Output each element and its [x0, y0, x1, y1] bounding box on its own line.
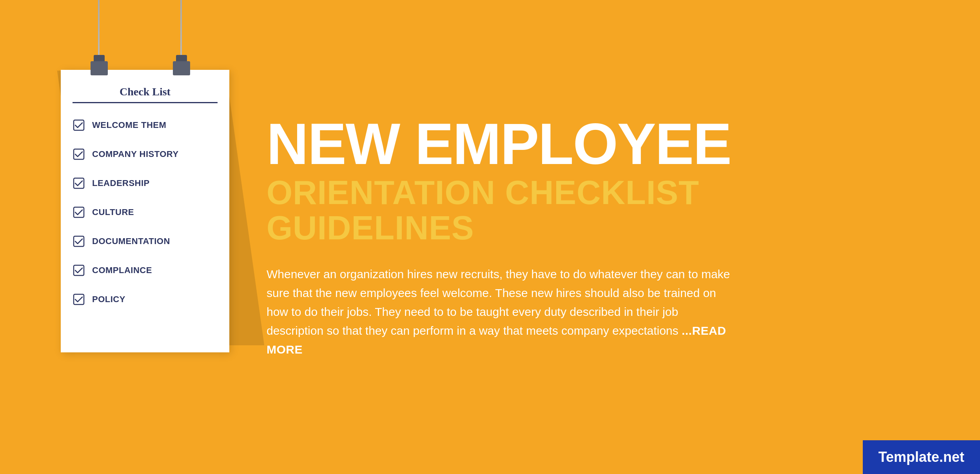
- string-left: [98, 0, 100, 63]
- subtitle-line2: GUIDELINES: [267, 209, 474, 246]
- list-item: DOCUMENTATION: [73, 235, 218, 248]
- right-content: NEW EMPLOYEE ORIENTATION CHECKLIST GUIDE…: [267, 115, 776, 359]
- string-right: [180, 0, 182, 63]
- subtitle-line1: ORIENTATION CHECKLIST: [267, 174, 699, 211]
- checklist-label-3: LEADERSHIP: [92, 178, 150, 188]
- checkbox-icon-3: [73, 177, 85, 190]
- clip-body-right: [173, 61, 190, 75]
- strings-container: [61, 0, 229, 78]
- checklist-label-1: WELCOME THEM: [92, 120, 166, 130]
- checkbox-icon-1: [73, 119, 85, 131]
- checkbox-icon-4: [73, 206, 85, 219]
- description-text: Whenever an organization hires new recru…: [267, 265, 737, 359]
- list-item: COMPLAINCE: [73, 264, 218, 277]
- description-body: Whenever an organization hires new recru…: [267, 268, 730, 337]
- subtitle: ORIENTATION CHECKLIST GUIDELINES: [267, 175, 737, 245]
- template-badge: Template.net: [863, 440, 980, 474]
- checklist: WELCOME THEM COMPANY HISTORY: [73, 119, 218, 306]
- checkbox-icon-5: [73, 235, 85, 248]
- list-item: LEADERSHIP: [73, 177, 218, 190]
- clip-body-left: [91, 61, 108, 75]
- checkbox-icon-2: [73, 148, 85, 160]
- list-item: POLICY: [73, 293, 218, 306]
- list-item: COMPANY HISTORY: [73, 148, 218, 160]
- clip-right: [173, 55, 190, 75]
- main-container: Check List WELCOME THEM C: [0, 0, 980, 474]
- checklist-label-4: CULTURE: [92, 207, 134, 217]
- checklist-label-7: POLICY: [92, 294, 125, 304]
- list-item: CULTURE: [73, 206, 218, 219]
- clip-left: [91, 55, 108, 75]
- checkbox-icon-6: [73, 264, 85, 277]
- checklist-label-2: COMPANY HISTORY: [92, 149, 179, 159]
- checklist-label-6: COMPLAINCE: [92, 265, 152, 275]
- checklist-label-5: DOCUMENTATION: [92, 236, 170, 246]
- list-item: WELCOME THEM: [73, 119, 218, 131]
- checkbox-icon-7: [73, 293, 85, 306]
- template-brand-label: Template.net: [878, 449, 964, 465]
- main-title: NEW EMPLOYEE: [267, 115, 737, 173]
- checklist-paper: Check List WELCOME THEM C: [61, 70, 229, 352]
- paper-title: Check List: [73, 86, 218, 103]
